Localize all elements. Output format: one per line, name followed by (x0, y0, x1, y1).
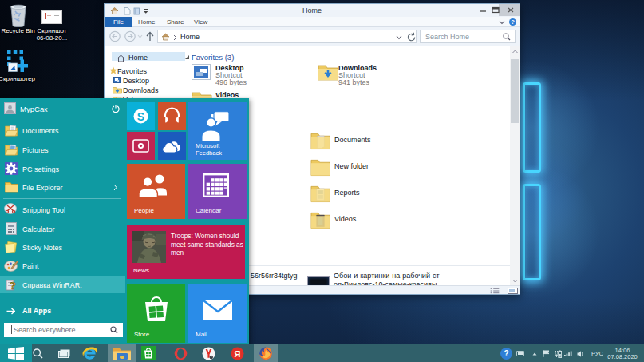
svg-text:S: S (137, 109, 144, 122)
svg-text:Я: Я (235, 349, 241, 359)
svg-text:?: ? (10, 280, 16, 292)
